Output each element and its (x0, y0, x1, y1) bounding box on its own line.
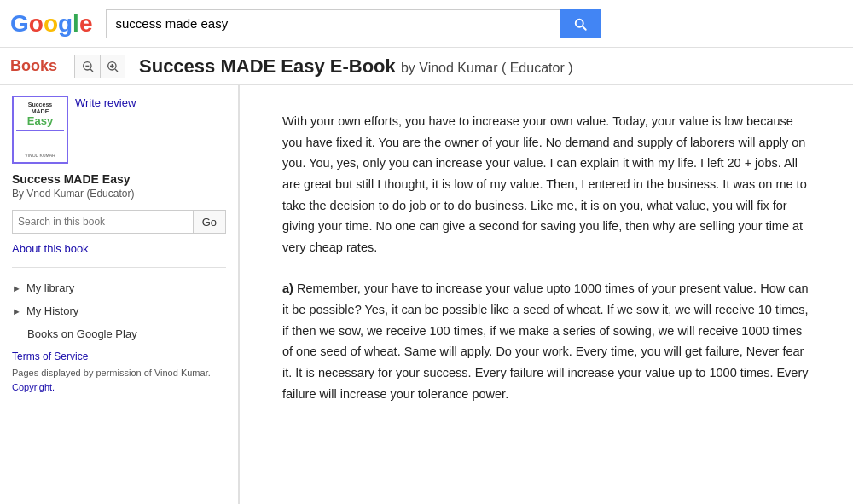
book-author-header: by Vinod Kumar ( Educator ) (401, 61, 573, 75)
svg-line-2 (90, 69, 93, 72)
logo-letter-l: l (73, 10, 79, 38)
sidebar: Success MADE Easy VINOD KUMAR Write revi… (0, 85, 239, 504)
go-button[interactable]: Go (194, 210, 226, 234)
terms-of-service-link[interactable]: Terms of Service (12, 350, 226, 362)
svg-line-6 (115, 69, 118, 72)
books-nav-link[interactable]: Books (10, 57, 57, 75)
sidebar-book-author: By Vnod Kumar (Educator) (12, 188, 226, 200)
zoom-in-icon (106, 60, 119, 73)
copyright-link[interactable]: Copyright. (12, 382, 55, 392)
search-icon (572, 16, 588, 32)
search-book-input[interactable] (12, 210, 194, 234)
cover-line2: MADE (16, 108, 64, 114)
sidebar-nav-section: ► My library ► My History Books on Googl… (12, 267, 226, 345)
permission-text: Pages displayed by permission of Vinod K… (12, 368, 211, 378)
logo-letter-e: e (79, 10, 93, 38)
my-history-item[interactable]: ► My History (12, 299, 226, 322)
book-cover-image: Success MADE Easy VINOD KUMAR (12, 96, 68, 164)
cover-line1: Success (16, 101, 64, 108)
header: Google (0, 0, 853, 48)
search-in-book-row: Go (12, 210, 226, 234)
my-library-label: My library (26, 281, 74, 294)
pages-permission-text: Pages displayed by permission of Vinod K… (12, 366, 226, 394)
search-container (106, 9, 601, 38)
content-area: With your own efforts, you have to incre… (239, 85, 853, 504)
content-paragraph-2: a) Remember, your have to increase your … (282, 278, 810, 404)
google-logo[interactable]: Google (10, 10, 92, 38)
about-this-book-link[interactable]: About this book (12, 242, 226, 255)
book-main-title: Success MADE Easy E-Book (139, 55, 396, 77)
search-button[interactable] (560, 9, 601, 38)
zoom-controls (74, 55, 125, 78)
logo-letter-g: G (10, 10, 29, 38)
logo-letter-o2: o (44, 10, 58, 38)
my-history-arrow: ► (12, 306, 21, 316)
my-library-arrow: ► (12, 283, 21, 293)
logo-letter-o1: o (29, 10, 44, 38)
main-layout: Success MADE Easy VINOD KUMAR Write revi… (0, 85, 853, 504)
cover-author: VINOD KUMAR (16, 153, 64, 158)
books-on-google-play-link[interactable]: Books on Google Play (12, 322, 226, 345)
zoom-in-button[interactable] (100, 55, 125, 78)
write-review-link[interactable]: Write review (75, 96, 136, 109)
paragraph2-prefix: a) (282, 281, 293, 295)
logo-letter-g2: g (58, 10, 73, 38)
cover-line3: Easy (16, 114, 64, 127)
my-library-item[interactable]: ► My library (12, 276, 226, 299)
sidebar-book-title: Success MADE Easy (12, 172, 226, 186)
zoom-out-button[interactable] (74, 55, 100, 78)
paragraph2-body: Remember, your have to increase your val… (282, 281, 809, 400)
my-history-label: My History (26, 304, 78, 317)
cover-divider (16, 130, 64, 131)
content-paragraph-1: With your own efforts, you have to incre… (282, 111, 810, 258)
book-cover-area: Success MADE Easy VINOD KUMAR Write revi… (12, 96, 226, 164)
books-bar: Books Success MADE Easy E-Book by Vinod … (0, 48, 853, 85)
search-input[interactable] (106, 9, 560, 38)
zoom-out-icon (81, 60, 95, 73)
book-title-bar: Success MADE Easy E-Book by Vinod Kumar … (139, 55, 572, 78)
